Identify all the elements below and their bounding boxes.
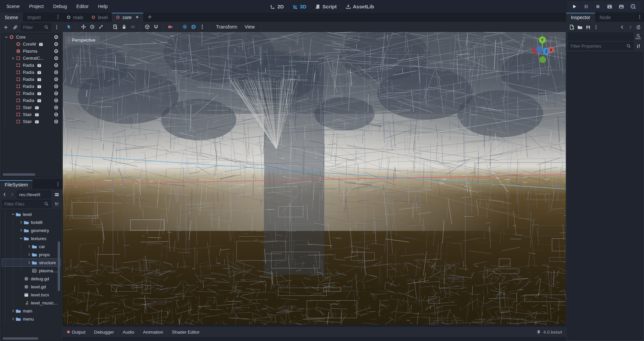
history-forward-button[interactable] xyxy=(627,23,634,31)
menu-project[interactable]: Project xyxy=(25,2,48,11)
perspective-menu[interactable]: Perspective xyxy=(66,36,100,44)
fs-row-level[interactable]: level xyxy=(2,210,61,218)
view-menu[interactable]: View xyxy=(241,24,258,30)
new-scene-tab-button[interactable] xyxy=(143,14,156,22)
open-instance-icon[interactable] xyxy=(37,63,42,68)
viewport-3d[interactable]: Perspective ZXY xyxy=(62,32,566,325)
inspector-tab-inspector[interactable]: Inspector xyxy=(566,13,595,22)
visibility-eye-icon[interactable] xyxy=(54,77,59,82)
expander-icon[interactable] xyxy=(10,56,15,60)
move-tool-button[interactable] xyxy=(79,23,88,31)
open-instance-icon[interactable] xyxy=(35,105,39,110)
visibility-eye-icon[interactable] xyxy=(54,63,59,68)
movie-maker-button[interactable] xyxy=(630,4,636,9)
open-instance-icon[interactable] xyxy=(37,84,42,89)
resource-menu-button[interactable] xyxy=(592,23,600,31)
fs-row-level-music-ogg[interactable]: level_music.ogg xyxy=(2,299,61,307)
scene-tree-hscrollbar[interactable] xyxy=(3,173,35,176)
switch-assetlib-button[interactable]: AssetLib xyxy=(345,4,374,9)
node-name-field[interactable] xyxy=(568,33,633,41)
load-resource-button[interactable] xyxy=(576,23,584,31)
bottom-panel-audio[interactable]: Audio xyxy=(118,327,139,337)
visibility-eye-icon[interactable] xyxy=(54,91,59,96)
play-scene-button[interactable] xyxy=(607,4,612,9)
scene-dock-menu-button[interactable] xyxy=(53,23,60,31)
bottom-panel-animation[interactable]: Animation xyxy=(139,327,167,337)
scene-node-row[interactable]: Radia xyxy=(2,69,61,76)
scene-node-row[interactable]: Core xyxy=(2,34,61,41)
list-select-tool-button[interactable] xyxy=(111,23,119,31)
scene-dock-tabs-menu-icon[interactable] xyxy=(56,14,62,22)
fs-dock-tabs-menu-icon[interactable] xyxy=(56,182,62,189)
sun-tool-button[interactable] xyxy=(181,23,189,31)
fs-sort-button[interactable] xyxy=(53,200,60,208)
open-instance-icon[interactable] xyxy=(39,42,43,47)
inspector-tabs-menu-icon[interactable] xyxy=(637,14,644,22)
close-tab-icon[interactable] xyxy=(135,15,139,20)
instance-scene-button[interactable] xyxy=(11,23,19,31)
inspector-filter-input[interactable] xyxy=(571,42,626,50)
fs-row-props[interactable]: props xyxy=(2,250,61,259)
history-back-button[interactable] xyxy=(619,23,626,31)
scene-tab-level[interactable]: level xyxy=(87,13,112,22)
expander-icon[interactable] xyxy=(26,261,32,265)
inspector-tab-node[interactable]: Node xyxy=(595,13,615,22)
expander-icon[interactable] xyxy=(10,317,15,321)
fs-row-forklift[interactable]: forklift xyxy=(2,218,61,226)
scene-node-row[interactable]: Radia xyxy=(2,90,61,97)
select-tool-button[interactable] xyxy=(65,23,73,31)
switch-script-button[interactable]: Script xyxy=(315,4,337,9)
switch-3d-button[interactable]: 3D xyxy=(292,4,306,9)
fs-dock-tab-filesystem[interactable]: FileSystem xyxy=(0,180,33,189)
scene-node-row[interactable]: Radia xyxy=(2,62,61,69)
visibility-eye-icon[interactable] xyxy=(54,70,59,75)
fs-row-structure[interactable]: structure xyxy=(2,259,61,267)
switch-2d-button[interactable]: 2D xyxy=(270,4,284,9)
scene-node-row[interactable]: CoreM xyxy=(2,41,61,48)
fs-row-level-gd[interactable]: level.gd xyxy=(2,283,61,291)
fs-back-button[interactable] xyxy=(2,191,7,198)
fs-row-plasma-png[interactable]: plasma.png xyxy=(2,267,61,275)
local-space-tool-button[interactable] xyxy=(143,23,151,31)
visibility-eye-icon[interactable] xyxy=(54,98,59,103)
fs-row-textures[interactable]: textures xyxy=(2,234,61,242)
axis-gizmo[interactable]: ZXY xyxy=(528,35,561,67)
new-resource-button[interactable] xyxy=(568,23,576,31)
fs-filter-input[interactable] xyxy=(4,200,44,208)
environment-tool-button[interactable] xyxy=(190,23,198,31)
open-instance-icon[interactable] xyxy=(37,98,42,103)
menu-debug[interactable]: Debug xyxy=(49,2,70,11)
expander-icon[interactable] xyxy=(10,309,15,313)
lock-tool-button[interactable] xyxy=(120,23,128,31)
fs-forward-button[interactable] xyxy=(9,191,15,198)
expander-icon[interactable] xyxy=(26,244,32,248)
open-instance-icon[interactable] xyxy=(35,119,39,124)
scene-node-row[interactable]: Radia xyxy=(2,83,61,90)
expander-icon[interactable] xyxy=(18,228,23,232)
rotate-tool-button[interactable] xyxy=(88,23,96,31)
open-instance-icon[interactable] xyxy=(37,77,42,82)
expander-icon[interactable] xyxy=(26,252,32,257)
visibility-eye-icon[interactable] xyxy=(54,84,59,89)
save-resource-button[interactable] xyxy=(584,23,592,31)
scene-tab-main[interactable]: main xyxy=(62,13,87,22)
fs-row-geometry[interactable]: geometry xyxy=(2,226,61,234)
search-docs-icon[interactable]: DOC xyxy=(635,33,642,40)
scene-node-row[interactable]: CentralC... xyxy=(2,55,61,62)
scene-node-row[interactable]: Plasma xyxy=(2,48,61,55)
menu-scene[interactable]: Scene xyxy=(3,2,23,11)
visibility-eye-icon[interactable] xyxy=(54,112,59,117)
transform-menu[interactable]: Transform xyxy=(213,24,240,30)
fs-row-debug-gd[interactable]: debug.gd xyxy=(2,275,61,283)
open-instance-icon[interactable] xyxy=(35,112,39,117)
fs-path-field[interactable] xyxy=(17,190,51,198)
play-button[interactable] xyxy=(572,4,577,9)
scene-node-row[interactable]: Radia xyxy=(2,97,61,104)
notification-bell-icon[interactable] xyxy=(536,330,541,334)
fs-row-menu[interactable]: menu xyxy=(2,315,61,323)
bottom-panel-output[interactable]: Output xyxy=(66,327,90,337)
stop-button[interactable] xyxy=(595,4,601,9)
snap-tool-button[interactable] xyxy=(152,23,160,31)
property-tools-button[interactable] xyxy=(635,42,642,50)
menu-help[interactable]: Help xyxy=(94,2,111,11)
